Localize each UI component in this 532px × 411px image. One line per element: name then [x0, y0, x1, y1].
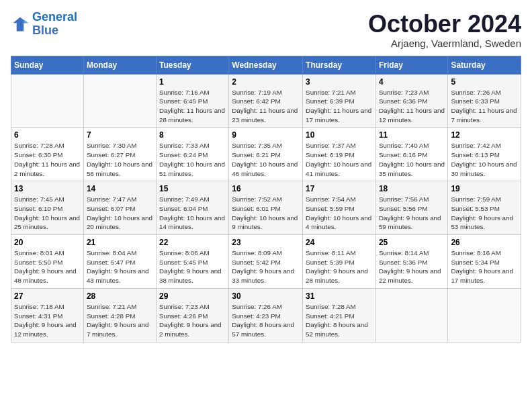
- day-info: Sunrise: 7:37 AM Sunset: 6:19 PM Dayligh…: [306, 141, 373, 178]
- title-block: October 2024 Arjaeng, Vaermland, Sweden: [368, 11, 521, 49]
- day-number: 10: [306, 130, 373, 140]
- weekday-header-cell: Friday: [375, 56, 447, 74]
- day-number: 18: [379, 184, 445, 193]
- svg-marker-1: [24, 19, 28, 23]
- day-info: Sunrise: 7:49 AM Sunset: 6:04 PM Dayligh…: [159, 195, 226, 232]
- page-header: General Blue October 2024 Arjaeng, Vaerm…: [11, 11, 521, 49]
- calendar-day-cell: [11, 74, 84, 128]
- calendar-day-cell: [375, 288, 447, 342]
- logo-blue: Blue: [32, 24, 58, 37]
- day-info: Sunrise: 7:28 AM Sunset: 4:21 PM Dayligh…: [306, 302, 373, 339]
- calendar-day-cell: 2Sunrise: 7:19 AM Sunset: 6:42 PM Daylig…: [229, 74, 303, 128]
- day-info: Sunrise: 7:40 AM Sunset: 6:16 PM Dayligh…: [379, 141, 445, 178]
- calendar-day-cell: 21Sunrise: 8:04 AM Sunset: 5:47 PM Dayli…: [83, 235, 156, 289]
- day-info: Sunrise: 7:26 AM Sunset: 4:23 PM Dayligh…: [232, 302, 300, 339]
- weekday-header-cell: Saturday: [448, 56, 521, 74]
- day-number: 3: [306, 77, 373, 87]
- calendar-day-cell: 22Sunrise: 8:06 AM Sunset: 5:45 PM Dayli…: [156, 235, 228, 289]
- calendar-day-cell: 9Sunrise: 7:35 AM Sunset: 6:21 PM Daylig…: [229, 128, 303, 181]
- day-info: Sunrise: 8:01 AM Sunset: 5:50 PM Dayligh…: [14, 248, 81, 285]
- day-number: 29: [159, 291, 226, 301]
- day-info: Sunrise: 7:47 AM Sunset: 6:07 PM Dayligh…: [87, 195, 153, 232]
- calendar-day-cell: 17Sunrise: 7:54 AM Sunset: 5:59 PM Dayli…: [303, 181, 376, 235]
- calendar-day-cell: 5Sunrise: 7:26 AM Sunset: 6:33 PM Daylig…: [448, 74, 521, 128]
- day-number: 24: [306, 238, 373, 247]
- day-number: 30: [232, 291, 300, 301]
- day-info: Sunrise: 7:23 AM Sunset: 6:36 PM Dayligh…: [379, 88, 445, 125]
- day-info: Sunrise: 7:26 AM Sunset: 6:33 PM Dayligh…: [451, 88, 518, 125]
- day-info: Sunrise: 7:23 AM Sunset: 4:26 PM Dayligh…: [159, 302, 226, 339]
- day-info: Sunrise: 8:11 AM Sunset: 5:39 PM Dayligh…: [306, 248, 373, 285]
- calendar-day-cell: 29Sunrise: 7:23 AM Sunset: 4:26 PM Dayli…: [156, 288, 228, 342]
- calendar-day-cell: 28Sunrise: 7:21 AM Sunset: 4:28 PM Dayli…: [83, 288, 156, 342]
- weekday-header-cell: Sunday: [11, 56, 84, 74]
- calendar-day-cell: 10Sunrise: 7:37 AM Sunset: 6:19 PM Dayli…: [303, 128, 376, 181]
- day-number: 12: [451, 130, 518, 140]
- logo-icon: [11, 15, 30, 34]
- calendar-day-cell: 1Sunrise: 7:16 AM Sunset: 6:45 PM Daylig…: [156, 74, 228, 128]
- day-number: 21: [87, 238, 153, 247]
- day-number: 27: [14, 291, 81, 301]
- day-number: 15: [159, 184, 226, 193]
- day-info: Sunrise: 7:54 AM Sunset: 5:59 PM Dayligh…: [306, 195, 373, 232]
- day-number: 13: [14, 184, 81, 193]
- day-info: Sunrise: 8:14 AM Sunset: 5:36 PM Dayligh…: [379, 248, 445, 285]
- day-number: 16: [232, 184, 300, 193]
- calendar-day-cell: 16Sunrise: 7:52 AM Sunset: 6:01 PM Dayli…: [229, 181, 303, 235]
- day-info: Sunrise: 8:09 AM Sunset: 5:42 PM Dayligh…: [232, 248, 300, 285]
- day-info: Sunrise: 8:16 AM Sunset: 5:34 PM Dayligh…: [451, 248, 518, 285]
- calendar-day-cell: [83, 74, 156, 128]
- day-info: Sunrise: 7:59 AM Sunset: 5:53 PM Dayligh…: [451, 195, 518, 232]
- svg-marker-0: [13, 17, 28, 31]
- day-number: 20: [14, 238, 81, 247]
- calendar-day-cell: 31Sunrise: 7:28 AM Sunset: 4:21 PM Dayli…: [303, 288, 376, 342]
- day-number: 5: [451, 77, 518, 87]
- calendar-day-cell: 18Sunrise: 7:56 AM Sunset: 5:56 PM Dayli…: [375, 181, 447, 235]
- calendar-day-cell: 19Sunrise: 7:59 AM Sunset: 5:53 PM Dayli…: [448, 181, 521, 235]
- calendar-day-cell: 30Sunrise: 7:26 AM Sunset: 4:23 PM Dayli…: [229, 288, 303, 342]
- weekday-header-cell: Tuesday: [156, 56, 228, 74]
- calendar-day-cell: 6Sunrise: 7:28 AM Sunset: 6:30 PM Daylig…: [11, 128, 84, 181]
- calendar-week-row: 13Sunrise: 7:45 AM Sunset: 6:10 PM Dayli…: [11, 181, 521, 235]
- day-info: Sunrise: 7:28 AM Sunset: 6:30 PM Dayligh…: [14, 141, 81, 178]
- calendar-day-cell: [448, 288, 521, 342]
- day-info: Sunrise: 7:52 AM Sunset: 6:01 PM Dayligh…: [232, 195, 300, 232]
- day-number: 26: [451, 238, 518, 247]
- calendar-day-cell: 24Sunrise: 8:11 AM Sunset: 5:39 PM Dayli…: [303, 235, 376, 289]
- calendar-day-cell: 11Sunrise: 7:40 AM Sunset: 6:16 PM Dayli…: [375, 128, 447, 181]
- day-number: 19: [451, 184, 518, 193]
- calendar-day-cell: 27Sunrise: 7:18 AM Sunset: 4:31 PM Dayli…: [11, 288, 84, 342]
- weekday-header-cell: Wednesday: [229, 56, 303, 74]
- day-number: 14: [87, 184, 153, 193]
- calendar-day-cell: 3Sunrise: 7:21 AM Sunset: 6:39 PM Daylig…: [303, 74, 376, 128]
- day-info: Sunrise: 7:33 AM Sunset: 6:24 PM Dayligh…: [159, 141, 226, 178]
- calendar-week-row: 27Sunrise: 7:18 AM Sunset: 4:31 PM Dayli…: [11, 288, 521, 342]
- day-info: Sunrise: 7:56 AM Sunset: 5:56 PM Dayligh…: [379, 195, 445, 232]
- calendar-day-cell: 4Sunrise: 7:23 AM Sunset: 6:36 PM Daylig…: [375, 74, 447, 128]
- day-info: Sunrise: 8:04 AM Sunset: 5:47 PM Dayligh…: [87, 248, 153, 285]
- location-subtitle: Arjaeng, Vaermland, Sweden: [368, 38, 521, 49]
- day-info: Sunrise: 7:21 AM Sunset: 4:28 PM Dayligh…: [87, 302, 153, 339]
- day-number: 17: [306, 184, 373, 193]
- month-title: October 2024: [368, 11, 521, 38]
- calendar-body: 1Sunrise: 7:16 AM Sunset: 6:45 PM Daylig…: [11, 74, 521, 342]
- day-number: 9: [232, 130, 300, 140]
- day-info: Sunrise: 7:19 AM Sunset: 6:42 PM Dayligh…: [232, 88, 300, 125]
- day-number: 4: [379, 77, 445, 87]
- logo-text: General Blue: [32, 11, 77, 38]
- calendar-day-cell: 13Sunrise: 7:45 AM Sunset: 6:10 PM Dayli…: [11, 181, 84, 235]
- weekday-header-row: SundayMondayTuesdayWednesdayThursdayFrid…: [11, 56, 521, 74]
- day-info: Sunrise: 7:21 AM Sunset: 6:39 PM Dayligh…: [306, 88, 373, 125]
- day-number: 22: [159, 238, 226, 247]
- day-number: 31: [306, 291, 373, 301]
- day-info: Sunrise: 7:35 AM Sunset: 6:21 PM Dayligh…: [232, 141, 300, 178]
- calendar-week-row: 1Sunrise: 7:16 AM Sunset: 6:45 PM Daylig…: [11, 74, 521, 128]
- weekday-header-cell: Monday: [83, 56, 156, 74]
- logo-general: General: [32, 10, 77, 24]
- day-info: Sunrise: 7:45 AM Sunset: 6:10 PM Dayligh…: [14, 195, 81, 232]
- day-number: 8: [159, 130, 226, 140]
- day-number: 1: [159, 77, 226, 87]
- day-info: Sunrise: 7:42 AM Sunset: 6:13 PM Dayligh…: [451, 141, 518, 178]
- calendar-day-cell: 8Sunrise: 7:33 AM Sunset: 6:24 PM Daylig…: [156, 128, 228, 181]
- day-number: 7: [87, 130, 153, 140]
